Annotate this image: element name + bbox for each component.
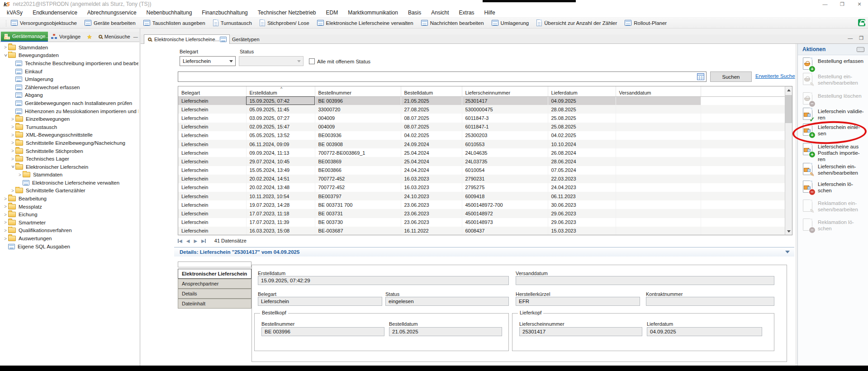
menu-item-kvasy[interactable]: kVASy — [2, 8, 28, 18]
tree-item-schnittstelle-gartenzähler[interactable]: >Schnittstelle Gartenzähler — [1, 187, 138, 195]
tree-item-bearbeitung[interactable]: >Bearbeitung — [1, 195, 138, 203]
table-row[interactable]: Lieferschein17.07.2023, 11:18BE 00373123… — [178, 209, 785, 218]
tree-chevron-icon[interactable]: > — [10, 117, 15, 122]
cell-erstelldatum[interactable]: 09.09.2024, 11:13 — [246, 148, 315, 157]
cell-belegart[interactable]: Lieferschein — [178, 227, 246, 235]
suchen-button[interactable]: Suchen — [710, 71, 752, 82]
previous-page-icon[interactable]: ◀ — [186, 238, 190, 243]
cell-lieferscheinnummer[interactable]: 6011847-1 — [462, 123, 548, 131]
table-row[interactable]: Lieferschein17.07.2023, 11:39BE 00373023… — [178, 218, 785, 227]
tree-item-elektronischer-lieferschein[interactable]: >Elektronischer Lieferschein — [1, 163, 138, 171]
cell-lieferdatum[interactable]: 30.06.2023 — [548, 200, 616, 209]
tab-geraetemanagement[interactable]: Gerätemanage... — [1, 32, 48, 42]
cell-bestellnummer[interactable]: 700772-452 — [315, 183, 401, 192]
cell-lieferdatum[interactable]: 26.08.2024 — [548, 148, 616, 157]
tree-item-xml-bewegungsschnittstelle[interactable]: >XML-Bewegungsschnittstelle — [1, 131, 138, 139]
search-input[interactable] — [178, 71, 707, 82]
cell-belegart[interactable]: Lieferschein — [178, 166, 246, 175]
cell-erstelldatum[interactable]: 20.02.2024, 14:51 — [246, 175, 315, 183]
tree-item-bewegungsdaten[interactable]: >Bewegungsdaten — [1, 52, 138, 60]
cell-versanddatum[interactable] — [616, 227, 701, 235]
cell-bestelldatum[interactable]: 25.04.2024 — [401, 157, 462, 166]
tree-item-technisches-lager[interactable]: >Technisches Lager — [1, 155, 138, 163]
cell-erstelldatum[interactable]: 06.11.2024, 09:09 — [246, 140, 315, 148]
table-row[interactable]: Lieferschein06.11.2024, 09:09BE 00390824… — [178, 140, 785, 148]
cell-versanddatum[interactable] — [616, 166, 701, 175]
cell-lieferscheinnummer[interactable]: 4500148972 — [462, 209, 548, 218]
tree-chevron-icon[interactable]: > — [3, 212, 8, 217]
tree-item-höhenzonen-zu-messlokationen-importieren-und-bearbeiten[interactable]: >Höhenzonen zu Messlokationen importiere… — [1, 107, 138, 115]
details-tab-ansprechpartner[interactable]: Ansprechpartner — [178, 279, 251, 289]
action-lieferscheine-aus-postfach-importie-ren[interactable]: +Lieferscheine aus Postfach importie- re… — [802, 143, 868, 162]
cell-lieferscheinnummer[interactable]: 2790231 — [462, 175, 548, 183]
cell-bestellnummer[interactable]: 700772-BE003869_1 — [315, 148, 401, 157]
tree-item-schnittstelle-einzelbewegung-nacheichung[interactable]: >Schnittstelle Einzelbewegung/Nacheichun… — [1, 139, 138, 147]
table-row[interactable]: Lieferschein15.05.2024, 13:49BE00386624.… — [178, 166, 785, 175]
menu-item-hilfe[interactable]: Hilfe — [479, 8, 500, 18]
cell-erstelldatum[interactable]: 17.07.2023, 11:18 — [246, 209, 315, 218]
toolbar-item-stichproben-lose[interactable]: Stichproben/ Lose — [260, 19, 309, 26]
table-row[interactable]: Lieferschein05.09.2025, 11:453300072027.… — [178, 105, 785, 114]
collapse-chevron-icon[interactable] — [785, 251, 790, 253]
cell-bestellnummer[interactable]: BE 003908 — [315, 140, 401, 148]
cell-bestelldatum[interactable]: 24.04.2024 — [401, 166, 462, 175]
cell-bestelldatum[interactable]: 27.08.2025 — [401, 105, 462, 114]
cell-bestelldatum[interactable]: 24.09.2024 — [401, 140, 462, 148]
cell-bestelldatum[interactable]: 08.07.2025 — [401, 123, 462, 131]
cell-bestelldatum[interactable]: 21.05.2025 — [401, 96, 462, 105]
table-row[interactable]: Lieferschein05.05.2025, 13:52BE00393604.… — [178, 131, 785, 140]
cell-lieferscheinnummer[interactable]: 6010054 — [462, 166, 548, 175]
menu-item-edm[interactable]: EDM — [321, 8, 343, 18]
cell-lieferscheinnummer[interactable]: 24L04635 — [462, 148, 548, 157]
toolbar-item-rollout-planer[interactable]: Rollout-Planer — [625, 20, 667, 26]
belegart-dropdown[interactable]: Lieferschein — [180, 56, 236, 66]
cell-bestellnummer[interactable]: BE003866 — [315, 166, 401, 175]
cell-belegart[interactable]: Lieferschein — [178, 96, 246, 105]
cell-lieferdatum[interactable]: 04.09.2025 — [548, 96, 616, 105]
cell-erstelldatum[interactable]: 10.11.2023, 10:54 — [246, 192, 315, 200]
cell-bestellnummer[interactable]: BE-003687 — [315, 227, 401, 235]
kontraktnummer-field[interactable] — [646, 297, 774, 306]
cell-belegart[interactable]: Lieferschein — [178, 175, 246, 183]
cell-belegart[interactable]: Lieferschein — [178, 123, 246, 131]
table-scrollbar[interactable] — [785, 86, 792, 235]
tree-chevron-icon[interactable]: > — [10, 157, 15, 162]
toolbar-item-nachrichten-bearbeiten[interactable]: Nachrichten bearbeiten — [421, 20, 484, 26]
cell-lieferdatum[interactable]: 15.03.2023 — [548, 227, 616, 235]
last-page-icon[interactable]: ▶ — [201, 238, 206, 243]
cell-lieferscheinnummer[interactable]: 6009418 — [462, 192, 548, 200]
cell-bestelldatum[interactable]: 23.06.2023 — [401, 200, 462, 209]
scrollbar-thumb[interactable] — [785, 95, 792, 123]
cell-bestelldatum[interactable]: 08.07.2025 — [401, 114, 462, 122]
cell-versanddatum[interactable] — [616, 183, 701, 192]
tab-menuesuche[interactable]: Menüsuche — [95, 34, 133, 39]
cell-erstelldatum[interactable]: 05.09.2025, 11:45 — [246, 105, 315, 114]
cell-lieferdatum[interactable]: 06.11.2023 — [548, 192, 616, 200]
cell-bestellnummer[interactable]: BE003869 — [315, 157, 401, 166]
cell-erstelldatum[interactable]: 29.07.2024, 10:45 — [246, 157, 315, 166]
menu-item-endkundenservice[interactable]: Endkundenservice — [28, 8, 82, 18]
table-row[interactable]: Lieferschein20.02.2024, 14:51700772-4521… — [178, 175, 785, 183]
cell-lieferscheinnummer[interactable]: 6011847-3 — [462, 114, 548, 122]
cell-lieferdatum[interactable]: 10.10.2024 — [548, 140, 616, 148]
toolbar-item-übersicht-zur-anzahl-der-zähler[interactable]: Übersicht zur Anzahl der Zähler — [536, 19, 617, 26]
tree-item-stammdaten[interactable]: >Stammdaten — [1, 171, 138, 179]
first-page-icon[interactable]: ◀ — [178, 238, 182, 243]
menu-item-technischer-netzbetrieb[interactable]: Technischer Netzbetrieb — [253, 8, 321, 18]
tab-vorgaenge[interactable]: Vorgänge — [48, 34, 84, 39]
cell-belegart[interactable]: Lieferschein — [178, 218, 246, 227]
belegart-detail-field[interactable]: Lieferschein — [258, 297, 382, 306]
cell-versanddatum[interactable] — [616, 131, 701, 140]
menu-item-finanzbuchhaltung[interactable]: Finanzbuchhaltung — [197, 8, 252, 18]
tree-chevron-icon[interactable]: > — [10, 148, 15, 153]
tree-chevron-icon[interactable]: > — [10, 188, 15, 193]
cell-lieferscheinnummer[interactable]: 6010553 — [462, 140, 548, 148]
tree-item-gerätebewegungen-nach-installateuren-prüfen[interactable]: >Gerätebewegungen nach Installateuren pr… — [1, 99, 138, 107]
cell-lieferdatum[interactable]: 25.08.2025 — [548, 114, 616, 122]
cell-erstelldatum[interactable]: 02.09.2025, 15:47 — [246, 123, 315, 131]
cell-belegart[interactable]: Lieferschein — [178, 131, 246, 140]
tree-chevron-icon[interactable]: > — [3, 196, 8, 201]
cell-belegart[interactable]: Lieferschein — [178, 148, 246, 157]
table-row[interactable]: Lieferschein15.09.2025, 07:42BE 00399621… — [178, 96, 785, 105]
toolbar-item-tauschlisten-ausgeben[interactable]: Tauschlisten ausgeben — [143, 20, 205, 26]
